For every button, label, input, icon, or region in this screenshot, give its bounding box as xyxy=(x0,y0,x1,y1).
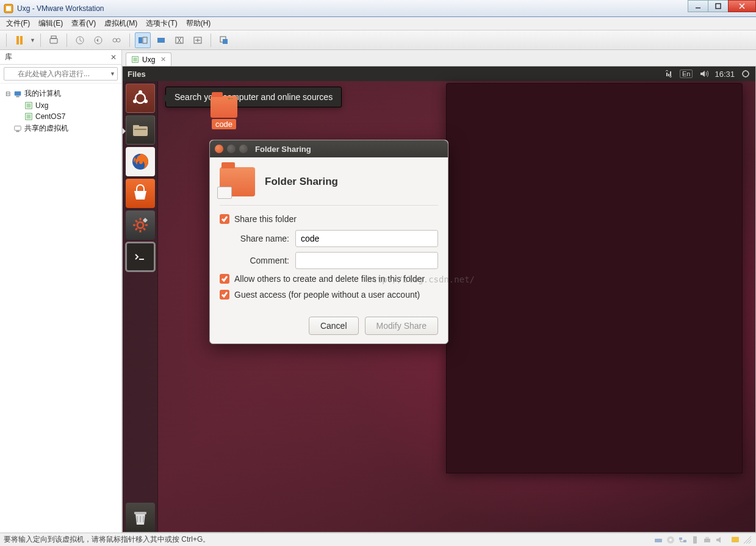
firefox-icon xyxy=(131,152,150,171)
toolbar-fullscreen-button[interactable] xyxy=(153,32,169,48)
toolbar-pause-button[interactable] xyxy=(12,32,27,48)
modify-share-button[interactable]: Modify Share xyxy=(365,317,438,335)
guest-access-row[interactable]: Guest access (for people without a user … xyxy=(220,290,438,300)
status-disk-icon[interactable] xyxy=(653,535,663,545)
svg-rect-26 xyxy=(27,115,31,119)
toolbar-revert-button[interactable] xyxy=(90,32,106,48)
launcher-terminal-button[interactable] xyxy=(126,242,155,271)
svg-rect-18 xyxy=(223,39,228,44)
dialog-maximize-button[interactable] xyxy=(239,145,248,153)
toolbar-thumbnail-button[interactable] xyxy=(216,32,232,48)
keyboard-indicator[interactable]: En xyxy=(680,70,693,78)
menu-tabs[interactable]: 选项卡(T) xyxy=(146,18,177,29)
toolbar-console-view-button[interactable] xyxy=(135,32,151,48)
svg-point-35 xyxy=(144,99,148,103)
status-sound-icon[interactable] xyxy=(715,535,724,545)
vm-tab-uxg[interactable]: Uxg ✕ xyxy=(126,52,171,66)
window-maximize-button[interactable] xyxy=(708,0,729,12)
toolbar-snapshot-button[interactable] xyxy=(72,32,88,48)
unity-launcher xyxy=(123,81,158,532)
toolbar-separator xyxy=(129,34,130,47)
dialog-titlebar[interactable]: Folder Sharing xyxy=(210,140,448,157)
allow-others-checkbox[interactable] xyxy=(220,274,229,284)
vm-icon xyxy=(24,101,33,110)
launcher-running-indicator xyxy=(123,128,126,134)
panel-app-title: Files xyxy=(128,70,146,79)
guest-access-checkbox[interactable] xyxy=(220,290,229,300)
library-tree: ⊟ 我的计算机 Uxg CentOS7 共享的虚拟机 xyxy=(0,84,121,138)
status-message-icon[interactable] xyxy=(730,535,740,545)
toolbar-separator xyxy=(6,34,7,47)
toolbar-manage-snapshots-button[interactable] xyxy=(109,32,124,48)
clock-indicator[interactable]: 16:31 xyxy=(715,70,735,79)
share-this-folder-row[interactable]: Share this folder xyxy=(220,214,438,224)
tree-vm-centos7[interactable]: CentOS7 xyxy=(2,111,119,122)
tab-label: Uxg xyxy=(142,56,155,64)
share-folder-label: Share this folder xyxy=(234,214,297,224)
svg-rect-38 xyxy=(134,129,146,130)
menu-vm[interactable]: 虚拟机(M) xyxy=(104,18,137,29)
status-network-icon[interactable] xyxy=(678,535,688,545)
svg-point-11 xyxy=(117,38,120,42)
folder-share-icon xyxy=(220,167,255,196)
launcher-trash-button[interactable] xyxy=(126,503,155,532)
system-indicator-icon[interactable] xyxy=(741,69,751,79)
toolbar-unity-button[interactable] xyxy=(171,32,187,48)
share-name-label: Share name: xyxy=(228,234,289,243)
svg-rect-41 xyxy=(133,251,148,263)
toolbar-pause-dropdown[interactable]: ▼ xyxy=(30,37,35,43)
window-minimize-button[interactable] xyxy=(688,0,708,12)
cancel-button[interactable]: Cancel xyxy=(309,317,359,335)
dash-tooltip: Search your computer and online sources xyxy=(165,87,342,107)
search-dropdown-icon[interactable]: ▼ xyxy=(110,71,115,77)
svg-rect-36 xyxy=(133,126,148,136)
dialog-minimize-button[interactable] xyxy=(227,145,236,153)
toolbar-send-ctrlaltdel-button[interactable] xyxy=(46,32,62,48)
status-cd-icon[interactable] xyxy=(666,535,675,545)
svg-point-34 xyxy=(133,99,137,103)
sidebar-close-button[interactable]: ✕ xyxy=(110,53,117,62)
settings-icon xyxy=(131,215,150,235)
launcher-software-center-button[interactable] xyxy=(126,179,155,208)
share-folder-checkbox[interactable] xyxy=(220,214,229,224)
allow-others-row[interactable]: Allow others to create and delete files … xyxy=(220,274,438,284)
tree-my-computer[interactable]: ⊟ 我的计算机 xyxy=(2,87,119,100)
launcher-firefox-button[interactable] xyxy=(126,147,155,176)
tree-shared-vms[interactable]: 共享的虚拟机 xyxy=(2,122,119,135)
toolbar-separator xyxy=(67,34,67,47)
menu-help[interactable]: 帮助(H) xyxy=(186,18,211,29)
menu-edit[interactable]: 编辑(E) xyxy=(38,18,63,29)
trash-icon xyxy=(131,508,150,527)
tab-close-button[interactable]: ✕ xyxy=(160,56,166,63)
status-printer-icon[interactable] xyxy=(702,535,712,545)
launcher-dash-button[interactable] xyxy=(126,84,155,113)
svg-point-32 xyxy=(135,93,145,103)
share-name-input[interactable] xyxy=(295,230,438,247)
svg-rect-12 xyxy=(139,37,142,43)
comment-input[interactable] xyxy=(295,252,438,269)
vm-icon xyxy=(24,112,33,121)
dialog-close-button[interactable] xyxy=(215,145,223,153)
window-close-button[interactable] xyxy=(728,0,756,12)
status-resize-grip-icon[interactable] xyxy=(743,535,752,545)
svg-rect-13 xyxy=(143,37,147,43)
status-usb-icon[interactable] xyxy=(690,535,700,545)
svg-rect-46 xyxy=(679,537,682,540)
launcher-settings-button[interactable] xyxy=(126,210,155,240)
tree-label: CentOS7 xyxy=(35,112,65,121)
software-center-icon xyxy=(131,184,150,203)
desktop-folder-code[interactable]: ← code xyxy=(206,96,242,129)
svg-point-33 xyxy=(139,90,142,94)
network-indicator-icon[interactable] xyxy=(664,69,674,79)
menu-file[interactable]: 文件(F) xyxy=(6,18,30,29)
svg-rect-7 xyxy=(51,36,56,38)
sound-indicator-icon[interactable] xyxy=(699,69,708,79)
guest-display[interactable]: Files En 16:31 xyxy=(122,66,756,533)
toolbar-stretch-button[interactable] xyxy=(190,32,206,48)
allow-others-label: Allow others to create and delete files … xyxy=(234,274,425,284)
menu-view[interactable]: 查看(V) xyxy=(71,18,96,29)
tree-vm-uxg[interactable]: Uxg xyxy=(2,100,119,111)
library-search-input[interactable] xyxy=(4,67,118,81)
svg-point-40 xyxy=(137,222,143,228)
launcher-files-button[interactable] xyxy=(126,115,155,145)
